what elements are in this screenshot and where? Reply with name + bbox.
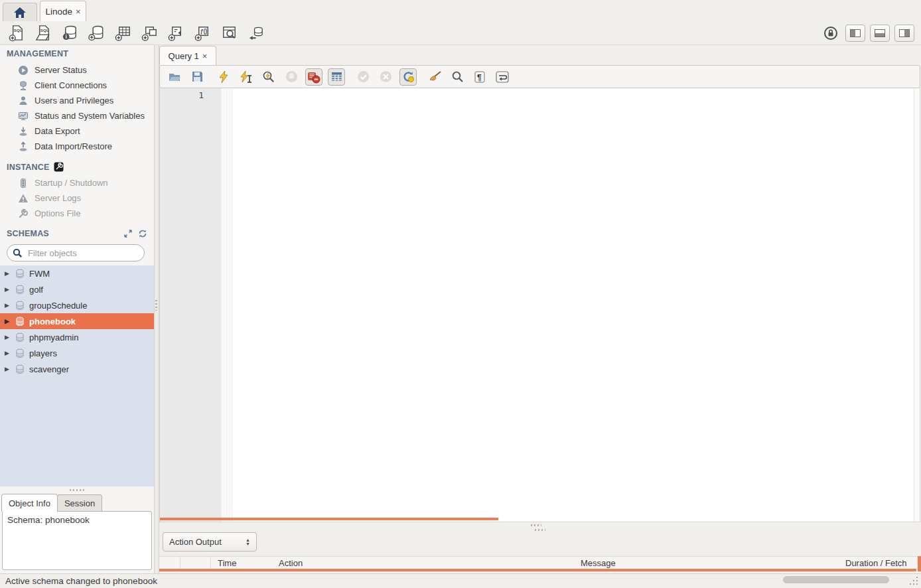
toggle-right-sidebar-icon[interactable] xyxy=(894,25,914,42)
output-view-selector[interactable]: Action Output ▲ ▼ xyxy=(163,532,257,551)
line-number: 1 xyxy=(160,90,221,100)
schema-database-icon xyxy=(15,269,25,279)
filter-objects-input[interactable] xyxy=(27,248,146,259)
sql-editor[interactable]: 1 xyxy=(159,88,920,522)
toggle-stop-on-error-icon[interactable] xyxy=(305,68,322,86)
query-tab[interactable]: Query 1 × xyxy=(159,46,216,65)
sidebar-item-server-status[interactable]: Server Status xyxy=(0,62,154,78)
schema-name: golf xyxy=(29,285,43,295)
sidebar-item-label: Users and Privileges xyxy=(35,96,113,106)
refresh-icon[interactable] xyxy=(138,229,147,238)
toggle-left-sidebar-icon[interactable] xyxy=(845,25,865,42)
new-query-tab-icon[interactable]: SQL xyxy=(7,24,27,42)
invisible-chars-icon[interactable]: ¶ xyxy=(471,68,488,86)
execute-icon[interactable] xyxy=(215,68,232,86)
create-function-icon[interactable]: ƒ() xyxy=(192,24,212,42)
status-message: Active schema changed to phonebook xyxy=(5,576,157,586)
output-splitter-grip[interactable] xyxy=(535,529,545,531)
management-section-title: MANAGEMENT xyxy=(7,49,68,58)
sidebar-item-label: Options File xyxy=(35,208,80,218)
expander-icon[interactable]: ▶ xyxy=(5,286,11,293)
connection-tab[interactable]: Linode × xyxy=(40,1,86,21)
schema-database-icon xyxy=(15,285,25,295)
limit-rows-icon[interactable] xyxy=(328,68,345,86)
schema-row[interactable]: ▶ scavenger xyxy=(0,361,154,377)
create-view-icon[interactable] xyxy=(139,24,159,42)
close-icon[interactable]: × xyxy=(76,7,81,17)
search-data-icon[interactable] xyxy=(219,24,239,42)
create-procedure-icon[interactable] xyxy=(166,24,186,42)
schema-inspector-icon[interactable]: i xyxy=(60,24,80,42)
sidebar-panel-grip[interactable] xyxy=(70,489,84,491)
schema-row[interactable]: ▶ FWM xyxy=(0,265,154,281)
expander-icon[interactable]: ▶ xyxy=(5,302,11,309)
editor-vertical-scrollbar[interactable] xyxy=(914,88,920,522)
expander-icon[interactable]: ▶ xyxy=(5,270,11,277)
expander-icon[interactable]: ▶ xyxy=(5,366,11,372)
schema-row[interactable]: ▶ golf xyxy=(0,281,154,297)
output-vertical-scrollbar[interactable] xyxy=(918,556,921,571)
schema-name: phonebook xyxy=(29,317,76,327)
schema-database-icon xyxy=(15,317,25,327)
window-resize-grip[interactable] xyxy=(909,576,918,585)
create-schema-icon[interactable] xyxy=(86,24,106,42)
server-status-icon xyxy=(18,65,29,76)
open-script-icon[interactable] xyxy=(166,68,183,86)
schema-row[interactable]: ▶ groupSchedule xyxy=(0,297,154,313)
info-panel-tabs: Object Info Session xyxy=(1,494,102,512)
sidebar-splitter[interactable] xyxy=(154,45,159,573)
find-icon[interactable] xyxy=(449,68,466,86)
reconnect-dbms-icon[interactable] xyxy=(246,24,265,42)
beautify-icon[interactable] xyxy=(426,68,443,86)
sidebar-item-label: Client Connections xyxy=(35,80,107,90)
schema-row[interactable]: ▶ phpmyadmin xyxy=(0,329,154,345)
schema-name: FWM xyxy=(29,269,50,279)
explain-icon[interactable] xyxy=(260,68,277,86)
sidebar-item-status-system-variables[interactable]: Status and System Variables xyxy=(0,108,154,123)
schema-list: ▶ FWM ▶ golf ▶ groupSchedule ▶ xyxy=(0,265,154,486)
execute-current-icon[interactable] xyxy=(238,68,255,86)
expander-icon[interactable]: ▶ xyxy=(5,334,11,340)
home-tab[interactable] xyxy=(3,3,37,21)
mysql-workbench-window: Linode × SQL SQL i xyxy=(0,0,921,588)
output-header-cell-time: Time xyxy=(211,557,272,569)
sidebar-item-client-connections[interactable]: Client Connections xyxy=(0,78,154,93)
sidebar-item-label: Server Status xyxy=(35,65,87,75)
sidebar-item-data-import-restore[interactable]: Data Import/Restore xyxy=(0,139,154,154)
toggle-bottom-panel-icon[interactable] xyxy=(870,25,890,42)
editor-horizontal-scrollbar[interactable] xyxy=(160,518,498,520)
save-script-icon[interactable] xyxy=(188,68,206,86)
tab-session[interactable]: Session xyxy=(57,494,102,512)
wrap-text-icon[interactable] xyxy=(494,68,511,86)
object-info-panel: Schema: phonebook xyxy=(2,511,152,570)
output-splitter-grip[interactable] xyxy=(531,524,541,526)
svg-text:¶: ¶ xyxy=(477,72,482,82)
user-icon xyxy=(18,96,29,106)
tab-object-info[interactable]: Object Info xyxy=(1,494,58,512)
create-table-icon[interactable] xyxy=(113,24,133,42)
sidebar-item-label: Server Logs xyxy=(35,193,81,203)
expander-icon[interactable]: ▶ xyxy=(5,350,11,356)
sidebar-item-label: Status and System Variables xyxy=(35,111,145,121)
sidebar-item-data-export[interactable]: Data Export xyxy=(0,123,154,139)
sidebar-item-label: Data Import/Restore xyxy=(35,141,112,151)
toggle-autocommit-icon[interactable] xyxy=(399,68,417,86)
expand-panel-icon[interactable] xyxy=(123,229,133,238)
schema-database-icon xyxy=(15,332,25,342)
sidebar-item-startup-shutdown[interactable]: Startup / Shutdown xyxy=(0,175,154,190)
query-workspace: Query 1 × xyxy=(159,45,921,573)
schema-row[interactable]: ▶ players xyxy=(0,345,154,361)
sidebar-item-server-logs[interactable]: Server Logs xyxy=(0,190,154,206)
output-horizontal-scrollbar[interactable] xyxy=(159,569,916,571)
statusbar-scrollbar-thumb[interactable] xyxy=(783,576,889,583)
output-header-cell-message: Message xyxy=(574,557,839,569)
sidebar-item-users-privileges[interactable]: Users and Privileges xyxy=(0,93,154,108)
output-header-cell-action: Action xyxy=(272,557,574,569)
close-icon[interactable]: × xyxy=(202,51,208,61)
schema-row[interactable]: ▶ phonebook xyxy=(0,313,154,329)
instance-items: Startup / Shutdown Server Logs Options F… xyxy=(0,175,154,221)
sidebar-item-options-file[interactable]: Options File xyxy=(0,206,154,221)
open-script-file-icon[interactable]: SQL xyxy=(33,24,53,42)
expander-icon[interactable]: ▶ xyxy=(5,318,11,325)
svg-text:i: i xyxy=(65,34,66,40)
